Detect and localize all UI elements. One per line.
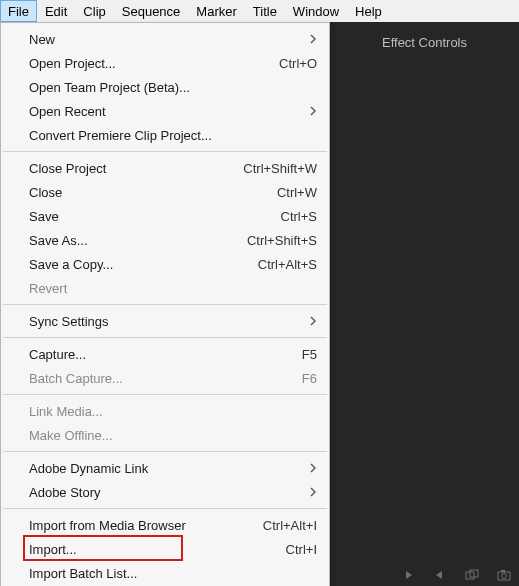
bottom-icon-strip	[401, 568, 511, 582]
menubar-title[interactable]: Title	[245, 0, 285, 22]
file-menu-open-project[interactable]: Open Project... Ctrl+O	[1, 51, 329, 75]
file-menu-import-batch-list[interactable]: Import Batch List...	[1, 561, 329, 585]
menubar-window-label: Window	[293, 4, 339, 19]
app-window: File Edit Clip Sequence Marker Title Win…	[0, 0, 519, 586]
file-menu-close-project-shortcut: Ctrl+Shift+W	[237, 161, 317, 176]
file-menu-save-label: Save	[29, 209, 225, 224]
file-menu-close-project-label: Close Project	[29, 161, 225, 176]
file-menu-save-copy[interactable]: Save a Copy... Ctrl+Alt+S	[1, 252, 329, 276]
file-menu-revert[interactable]: Revert	[1, 276, 329, 300]
menubar-file-label: File	[8, 4, 29, 19]
menubar-marker-label: Marker	[196, 4, 236, 19]
panel-tab-effect-controls[interactable]: Effect Controls	[340, 22, 509, 62]
file-menu-close-shortcut: Ctrl+W	[237, 185, 317, 200]
file-menu-close-label: Close	[29, 185, 225, 200]
svg-point-3	[502, 574, 507, 579]
menu-separator	[3, 337, 327, 338]
file-menu-batch-capture-label: Batch Capture...	[29, 371, 225, 386]
menu-separator	[3, 508, 327, 509]
panel-tab-effect-controls-label: Effect Controls	[382, 35, 467, 50]
file-menu-make-offline[interactable]: Make Offline...	[1, 423, 329, 447]
file-menu-adobe-story-label: Adobe Story	[29, 485, 293, 500]
file-menu-save-as[interactable]: Save As... Ctrl+Shift+S	[1, 228, 329, 252]
file-menu-dropdown: New Open Project... Ctrl+O Open Team Pro…	[0, 22, 330, 586]
file-menu-batch-capture[interactable]: Batch Capture... F6	[1, 366, 329, 390]
file-menu-save-as-shortcut: Ctrl+Shift+S	[237, 233, 317, 248]
file-menu-import-media-browser[interactable]: Import from Media Browser Ctrl+Alt+I	[1, 513, 329, 537]
file-menu-link-media-label: Link Media...	[29, 404, 317, 419]
file-menu-import-label: Import...	[29, 542, 225, 557]
file-menu-dynamic-link[interactable]: Adobe Dynamic Link	[1, 456, 329, 480]
file-menu-open-project-label: Open Project...	[29, 56, 225, 71]
submenu-arrow-icon	[305, 463, 317, 473]
step-back-icon[interactable]	[433, 568, 447, 582]
submenu-arrow-icon	[305, 316, 317, 326]
file-menu-open-team-project[interactable]: Open Team Project (Beta)...	[1, 75, 329, 99]
file-menu-open-recent[interactable]: Open Recent	[1, 99, 329, 123]
file-menu-save-copy-shortcut: Ctrl+Alt+S	[237, 257, 317, 272]
file-menu-link-media[interactable]: Link Media...	[1, 399, 329, 423]
menubar-window[interactable]: Window	[285, 0, 347, 22]
svg-rect-4	[501, 570, 505, 572]
menubar-clip-label: Clip	[83, 4, 105, 19]
file-menu-close[interactable]: Close Ctrl+W	[1, 180, 329, 204]
menubar: File Edit Clip Sequence Marker Title Win…	[0, 0, 519, 22]
file-menu-new-label: New	[29, 32, 293, 47]
file-menu-import[interactable]: Import... Ctrl+I	[1, 537, 329, 561]
menu-separator	[3, 394, 327, 395]
file-menu-open-project-shortcut: Ctrl+O	[237, 56, 317, 71]
menubar-edit[interactable]: Edit	[37, 0, 75, 22]
file-menu-capture[interactable]: Capture... F5	[1, 342, 329, 366]
file-menu-save-shortcut: Ctrl+S	[237, 209, 317, 224]
submenu-arrow-icon	[305, 34, 317, 44]
file-menu-open-recent-label: Open Recent	[29, 104, 293, 119]
menu-separator	[3, 151, 327, 152]
menubar-clip[interactable]: Clip	[75, 0, 113, 22]
file-menu-sync-settings-label: Sync Settings	[29, 314, 293, 329]
file-menu-adobe-story[interactable]: Adobe Story	[1, 480, 329, 504]
export-frame-icon[interactable]	[465, 568, 479, 582]
file-menu-close-project[interactable]: Close Project Ctrl+Shift+W	[1, 156, 329, 180]
menubar-sequence[interactable]: Sequence	[114, 0, 189, 22]
file-menu-capture-label: Capture...	[29, 347, 225, 362]
submenu-arrow-icon	[305, 487, 317, 497]
file-menu-new[interactable]: New	[1, 27, 329, 51]
file-menu-make-offline-label: Make Offline...	[29, 428, 317, 443]
file-menu-batch-capture-shortcut: F6	[237, 371, 317, 386]
file-menu-import-shortcut: Ctrl+I	[237, 542, 317, 557]
menubar-title-label: Title	[253, 4, 277, 19]
menubar-edit-label: Edit	[45, 4, 67, 19]
file-menu-open-team-project-label: Open Team Project (Beta)...	[29, 80, 317, 95]
file-menu-save-as-label: Save As...	[29, 233, 225, 248]
menubar-help-label: Help	[355, 4, 382, 19]
menubar-sequence-label: Sequence	[122, 4, 181, 19]
file-menu-convert-clip-label: Convert Premiere Clip Project...	[29, 128, 317, 143]
file-menu-sync-settings[interactable]: Sync Settings	[1, 309, 329, 333]
submenu-arrow-icon	[305, 106, 317, 116]
menubar-help[interactable]: Help	[347, 0, 390, 22]
menu-separator	[3, 304, 327, 305]
file-menu-import-media-browser-shortcut: Ctrl+Alt+I	[237, 518, 317, 533]
file-menu-convert-clip[interactable]: Convert Premiere Clip Project...	[1, 123, 329, 147]
file-menu-import-media-browser-label: Import from Media Browser	[29, 518, 225, 533]
menubar-marker[interactable]: Marker	[188, 0, 244, 22]
file-menu-save-copy-label: Save a Copy...	[29, 257, 225, 272]
go-to-in-icon[interactable]	[401, 568, 415, 582]
file-menu-revert-label: Revert	[29, 281, 317, 296]
file-menu-import-batch-list-label: Import Batch List...	[29, 566, 317, 581]
menu-separator	[3, 451, 327, 452]
file-menu-capture-shortcut: F5	[237, 347, 317, 362]
menubar-file[interactable]: File	[0, 0, 37, 22]
file-menu-save[interactable]: Save Ctrl+S	[1, 204, 329, 228]
file-menu-dynamic-link-label: Adobe Dynamic Link	[29, 461, 293, 476]
camera-icon[interactable]	[497, 568, 511, 582]
